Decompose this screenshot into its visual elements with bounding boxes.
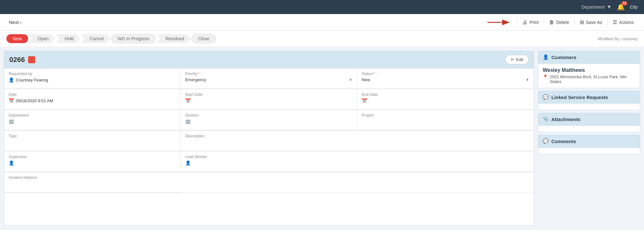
department-cell[interactable]: Department 🏢	[4, 110, 181, 130]
step-cancel-label: Cancel	[90, 36, 104, 41]
step-close-label: Close	[198, 36, 210, 41]
supervisor-person-icon: 👤	[9, 160, 14, 165]
red-arrow-icon	[486, 18, 512, 27]
date-value: 📅 09/18/2020 9:51 AM	[9, 98, 176, 103]
form-row-1: Requested by 👤 Courtney Fearing Priority…	[4, 68, 534, 89]
lead-worker-person-icon: 👤	[185, 160, 191, 165]
print-label: Print	[529, 20, 539, 25]
start-calendar-icon: 📅	[185, 98, 191, 103]
customers-header[interactable]: 👤 Customers	[538, 51, 640, 64]
attachments-label: Attachments	[551, 117, 580, 122]
type-cell[interactable]: Type	[4, 131, 181, 151]
date-cell: Date 📅 09/18/2020 9:51 AM	[4, 89, 181, 110]
lead-worker-label: Lead Worker	[185, 155, 529, 159]
status-required: *	[373, 72, 375, 76]
division-label: Division	[185, 113, 353, 118]
priority-value[interactable]: Emergency ▼	[185, 77, 353, 82]
incident-address-label: Incident Address	[9, 175, 176, 180]
calendar-icon: 📅	[9, 98, 14, 103]
status-step-cancel[interactable]: Cancel	[81, 34, 110, 43]
incident-address-cell[interactable]: Incident Address	[4, 172, 181, 193]
print-button[interactable]: 🖨 Print	[517, 17, 544, 28]
date-label: Date	[9, 92, 176, 97]
status-step-open[interactable]: Open	[29, 34, 55, 43]
top-nav: Department ▼ 🔔 73 City	[0, 0, 644, 14]
annotation-arrow	[486, 18, 512, 27]
actions-button[interactable]: ☰ Actions	[607, 17, 639, 28]
form-row-2: Date 📅 09/18/2020 9:51 AM Start Date 📅	[4, 89, 534, 110]
lead-worker-cell[interactable]: Lead Worker 👤	[181, 151, 534, 172]
description-cell[interactable]: Description	[181, 131, 534, 151]
record-id-number: 0266	[9, 56, 25, 64]
customer-address-text: 2501 Minnetonka Blvd, St Louis Park, Min…	[550, 74, 635, 84]
priority-dropdown-icon: ▼	[349, 78, 352, 82]
status-bar: New Open Hold Cancel WO In Progress Reso…	[0, 31, 644, 47]
customers-content: Wesley Matthews 📍 2501 Minnetonka Blvd, …	[538, 64, 640, 88]
description-label: Description	[185, 134, 529, 138]
next-label: Next	[9, 19, 19, 25]
modified-by: Modified By: courtney	[598, 36, 638, 41]
address-icon: 📍	[543, 74, 548, 79]
linked-requests-header[interactable]: 💬 Linked Service Requests	[538, 91, 640, 103]
status-step-resolved[interactable]: Resolved	[157, 34, 190, 43]
supervisor-label: Supervisor	[9, 155, 176, 159]
customer-name: Wesley Matthews	[543, 67, 635, 73]
start-date-label: Start Date	[185, 92, 353, 97]
status-step-hold[interactable]: Hold	[56, 34, 80, 43]
linked-requests-icon: 💬	[543, 94, 549, 100]
toolbar-actions: 🖨 Print 🗑 Delete ⊞ Save As ☰ Actions	[517, 17, 639, 28]
end-date-value: 📅	[362, 98, 529, 103]
person-icon: 👤	[9, 77, 14, 82]
end-date-cell[interactable]: End Date 📅	[357, 89, 534, 110]
status-step-close[interactable]: Close	[191, 34, 216, 43]
linked-requests-content	[538, 103, 640, 110]
city-label: City	[630, 4, 638, 10]
saveas-button[interactable]: ⊞ Save As	[574, 17, 607, 28]
status-label: Status *	[362, 72, 529, 76]
notifications-bell[interactable]: 🔔 73	[617, 3, 625, 11]
form-row-4: Type Description	[4, 131, 534, 151]
status-value[interactable]: New ▼	[362, 77, 529, 82]
priority-label: Priority *	[185, 72, 353, 76]
record-id: 0266	[9, 56, 35, 64]
form-row-3: Department 🏢 Division 🏢 Project	[4, 110, 534, 131]
lead-worker-value: 👤	[185, 160, 529, 165]
edit-button[interactable]: ✏ Edit	[505, 55, 529, 64]
comments-header[interactable]: 💬 Comments	[538, 135, 640, 148]
delete-label: Delete	[556, 20, 569, 25]
supervisor-cell[interactable]: Supervisor 👤	[4, 151, 181, 172]
department-label: Department	[9, 113, 176, 118]
trash-icon: 🗑	[549, 19, 554, 25]
attachments-content	[538, 126, 640, 132]
project-cell[interactable]: Project	[357, 110, 534, 130]
status-step-wo-in-progress[interactable]: WO In Progress	[111, 34, 156, 43]
form-row-5: Supervisor 👤 Lead Worker 👤	[4, 151, 534, 172]
start-date-cell[interactable]: Start Date 📅	[181, 89, 357, 110]
toolbar: Next › 🖨 Print 🗑 Delete ⊞ Save As ☰	[0, 14, 644, 31]
status-cell[interactable]: Status * New ▼	[357, 68, 534, 89]
print-icon: 🖨	[522, 19, 527, 25]
comments-label: Comments	[551, 139, 576, 144]
customers-section: 👤 Customers Wesley Matthews 📍 2501 Minne…	[538, 51, 640, 88]
requested-by-cell: Requested by 👤 Courtney Fearing	[4, 68, 181, 89]
linked-requests-label: Linked Service Requests	[551, 95, 608, 100]
department-value: 🏢	[9, 119, 176, 124]
step-wo-label: WO In Progress	[118, 36, 150, 41]
requested-by-label: Requested by	[9, 72, 176, 76]
priority-cell[interactable]: Priority * Emergency ▼	[181, 68, 357, 89]
attachments-section: 📎 Attachments	[538, 113, 640, 132]
right-panel: 👤 Customers Wesley Matthews 📍 2501 Minne…	[538, 51, 640, 226]
attachments-icon: 📎	[543, 116, 549, 122]
end-calendar-icon: 📅	[362, 98, 367, 103]
status-dropdown-icon: ▼	[525, 78, 529, 82]
department-label: Department	[581, 4, 605, 10]
status-step-new[interactable]: New	[6, 34, 28, 43]
delete-button[interactable]: 🗑 Delete	[544, 17, 574, 28]
next-button[interactable]: Next ›	[5, 18, 26, 27]
attachments-header[interactable]: 📎 Attachments	[538, 113, 640, 126]
edit-pencil-icon: ✏	[511, 57, 514, 62]
division-cell[interactable]: Division 🏢	[181, 110, 357, 130]
department-selector[interactable]: Department ▼	[581, 4, 612, 10]
form-row-6: Incident Address	[4, 172, 534, 193]
priority-required: *	[198, 72, 199, 76]
